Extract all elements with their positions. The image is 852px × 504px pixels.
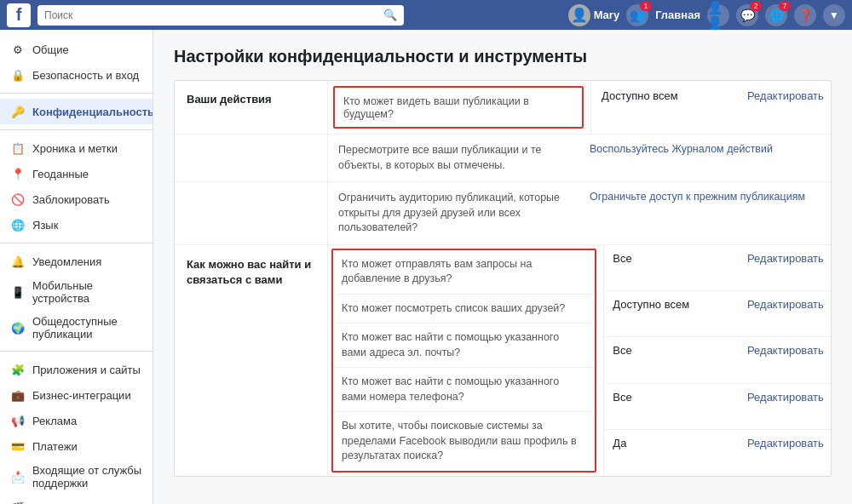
- creditcard-icon: 💳: [10, 438, 26, 454]
- user-profile-link[interactable]: 👤 Mary: [568, 4, 619, 26]
- friend-requests-icon[interactable]: 👥 1: [626, 4, 648, 26]
- key-icon: 🔑: [10, 104, 26, 119]
- sidebar-item-geodannye[interactable]: 📍 Геоданные: [0, 161, 153, 186]
- sidebar-label-reklama: Реклама: [32, 415, 77, 427]
- block-icon: 🚫: [10, 192, 26, 207]
- user-name: Mary: [594, 9, 619, 21]
- messages-badge: 2: [750, 1, 762, 11]
- topnav-right-area: 👤 Mary 👥 1 Главная 👤👤 💬 2 🌐 7 ❓ ▼: [568, 4, 845, 26]
- search-bar[interactable]: 🔍: [37, 5, 404, 26]
- future-posts-value: Доступно всем: [591, 81, 737, 134]
- location-icon: 📍: [10, 166, 26, 181]
- find-row-1: Кто может посмотреть список ваших друзей…: [333, 295, 595, 324]
- gear-icon: ⚙: [10, 42, 26, 57]
- sidebar-label-obshchedostupnye: Общедоступные публикации: [32, 315, 142, 341]
- sidebar-item-vhodyaschie[interactable]: 📩 Входящие от службы поддержки: [0, 459, 153, 495]
- people-icon[interactable]: 👤👤: [707, 4, 729, 26]
- sidebar-item-biznes[interactable]: 💼 Бизнес-интеграции: [0, 382, 153, 408]
- find-row-3: Кто может вас найти с помощью указанного…: [333, 368, 595, 412]
- sidebar-item-yazyk[interactable]: 🌐 Язык: [0, 212, 153, 238]
- globe-icon: 🌍: [10, 320, 26, 335]
- sidebar-label-prilozhenia: Приложения и сайты: [32, 364, 141, 376]
- your-actions-label: Ваши действия: [175, 81, 328, 134]
- settings-table: Ваши действия Кто может видеть ваши публ…: [174, 80, 832, 477]
- megaphone-icon: 📢: [10, 413, 26, 428]
- sidebar-item-obshchedostupnye[interactable]: 🌍 Общедоступные публикации: [0, 310, 153, 346]
- sidebar-label-uvedomleniya: Уведомления: [32, 255, 101, 268]
- your-actions-row2: Пересмотрите все ваши публикации и те об…: [175, 135, 831, 182]
- find-val-3: Все: [604, 384, 737, 430]
- restrict-audience-question: Ограничить аудиторию публикаций, которые…: [328, 182, 579, 244]
- home-label[interactable]: Главная: [655, 9, 700, 21]
- find-contact-questions-column: Кто может отправлять вам запросы на доба…: [328, 245, 604, 476]
- future-posts-action[interactable]: Редактировать: [737, 81, 831, 134]
- sidebar-label-platezhi: Платежи: [32, 440, 78, 453]
- sidebar-item-konfidencialnost[interactable]: 🔑 Конфиденциальность: [0, 99, 153, 124]
- find-row-2: Кто может вас найти с помощью указанного…: [333, 324, 595, 368]
- sidebar: ⚙ Общие 🔒 Безопасность и вход 🔑 Конфиден…: [0, 30, 153, 504]
- find-act-1[interactable]: Редактировать: [737, 291, 831, 337]
- find-contact-red-box: Кто может отправлять вам запросы на доба…: [331, 249, 596, 472]
- sidebar-item-uvedomleniya[interactable]: 🔔 Уведомления: [0, 249, 153, 274]
- find-act-3[interactable]: Редактировать: [737, 384, 831, 430]
- puzzle-icon: 🧩: [10, 362, 26, 377]
- inbox-icon: 📩: [10, 469, 26, 484]
- find-contact-values-column: Все Доступно всем Все Все Да: [604, 245, 737, 476]
- sidebar-section-5: 🧩 Приложения и сайты 💼 Бизнес-интеграции…: [0, 357, 153, 504]
- find-val-4: Да: [604, 430, 737, 475]
- notifications-badge: 7: [779, 1, 791, 11]
- sidebar-label-geodannye: Геоданные: [32, 168, 89, 180]
- sidebar-label-yazyk: Язык: [32, 219, 58, 232]
- find-act-2[interactable]: Редактировать: [737, 337, 831, 383]
- search-icon: 🔍: [383, 9, 397, 21]
- sidebar-section-4: 🔔 Уведомления 📱 Мобильные устройства 🌍 О…: [0, 249, 153, 346]
- sidebar-item-mobilnye[interactable]: 📱 Мобильные устройства: [0, 274, 153, 310]
- sidebar-section-2: 🔑 Конфиденциальность: [0, 99, 153, 124]
- find-q3: Кто может вас найти с помощью указанного…: [333, 368, 595, 411]
- journal-action-link[interactable]: Воспользуйтесь Журналом действий: [579, 135, 831, 181]
- sidebar-label-bezopasnost: Безопасность и вход: [32, 69, 139, 82]
- sidebar-item-platezhi[interactable]: 💳 Платежи: [0, 433, 153, 459]
- bell-icon: 🔔: [10, 254, 26, 269]
- sidebar-item-hronika[interactable]: 📋 Хроника и метки: [0, 135, 153, 161]
- sidebar-item-obschie[interactable]: ⚙ Общие: [0, 37, 153, 62]
- find-val-1: Доступно всем: [604, 291, 737, 337]
- find-row-4: Вы хотите, чтобы поисковые системы за пр…: [333, 412, 595, 471]
- sidebar-section-3: 📋 Хроника и метки 📍 Геоданные 🚫 Заблокир…: [0, 135, 153, 238]
- avatar: 👤: [568, 4, 590, 26]
- briefcase-icon: 💼: [10, 387, 26, 403]
- your-actions-row3: Ограничить аудиторию публикаций, которые…: [175, 182, 831, 245]
- messages-icon[interactable]: 💬 2: [736, 4, 758, 26]
- settings-dropdown-icon[interactable]: ▼: [823, 4, 845, 26]
- sidebar-item-reklama[interactable]: 📢 Реклама: [0, 408, 153, 433]
- find-q2: Кто может вас найти с помощью указанного…: [333, 324, 595, 367]
- sidebar-item-zablokirovat[interactable]: 🚫 Заблокировать: [0, 186, 153, 212]
- notifications-icon[interactable]: 🌐 7: [765, 4, 787, 26]
- future-posts-question: Кто может видеть ваши публикации в будущ…: [343, 95, 529, 120]
- mobile-icon: 📱: [10, 284, 26, 300]
- sidebar-label-konfidencialnost: Конфиденциальность: [32, 106, 153, 118]
- find-act-4[interactable]: Редактировать: [737, 430, 831, 475]
- review-posts-question: Пересмотрите все ваши публикации и те об…: [328, 135, 579, 181]
- find-q1: Кто может посмотреть список ваших друзей…: [333, 295, 595, 324]
- find-act-0[interactable]: Редактировать: [737, 245, 831, 291]
- friend-requests-badge: 1: [640, 1, 652, 11]
- sidebar-item-prilozhenia[interactable]: 🧩 Приложения и сайты: [0, 357, 153, 382]
- lock-icon: 🔒: [10, 67, 26, 83]
- find-val-0: Все: [604, 245, 737, 291]
- sidebar-label-mobilnye: Мобильные устройства: [32, 279, 142, 305]
- find-row-0: Кто может отправлять вам запросы на доба…: [333, 250, 595, 295]
- language-icon: 🌐: [10, 217, 26, 232]
- restrict-access-action-link[interactable]: Ограничьте доступ к прежним публикациям: [579, 182, 831, 244]
- facebook-logo: f: [7, 3, 31, 27]
- sidebar-label-biznes: Бизнес-интеграции: [32, 389, 131, 402]
- sidebar-item-video[interactable]: 🎬 Видео: [0, 495, 153, 504]
- sidebar-item-bezopasnost[interactable]: 🔒 Безопасность и вход: [0, 62, 153, 88]
- search-input[interactable]: [44, 9, 380, 21]
- future-posts-question-box: Кто может видеть ваши публикации в будущ…: [333, 86, 584, 129]
- find-q4: Вы хотите, чтобы поисковые системы за пр…: [333, 412, 595, 471]
- help-icon[interactable]: ❓: [794, 4, 816, 26]
- sidebar-label-hronika: Хроника и метки: [32, 142, 118, 155]
- main-content: Настройки конфиденциальности и инструмен…: [153, 30, 852, 504]
- find-contact-label: Как можно вас найти и связаться с вами: [175, 245, 328, 476]
